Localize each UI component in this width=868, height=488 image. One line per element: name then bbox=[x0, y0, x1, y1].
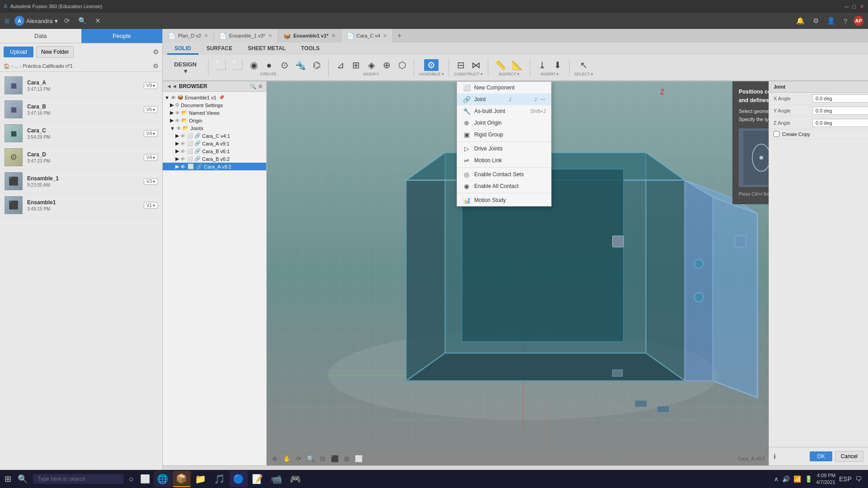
modify4-btn[interactable]: ⊕ bbox=[379, 59, 394, 71]
menu-item-joint[interactable]: 🔗 Joint J J ⋯ bbox=[457, 94, 551, 105]
collapse-browser-btn[interactable]: ◄◄ bbox=[166, 83, 177, 89]
version-badge[interactable]: V6▾ bbox=[144, 106, 158, 113]
menu-item-enable-all-contact[interactable]: ◉ Enable All Contact bbox=[457, 180, 551, 192]
language-indicator[interactable]: ESP bbox=[839, 475, 852, 483]
taskbar-app-folder[interactable]: 📁 bbox=[192, 471, 210, 487]
minimize-btn[interactable]: ─ bbox=[844, 3, 849, 10]
tab-data[interactable]: Data bbox=[0, 29, 81, 43]
cylinder-btn[interactable]: ◉ bbox=[246, 59, 261, 71]
taskbar-app-game[interactable]: 🎮 bbox=[287, 471, 305, 487]
torus-btn[interactable]: ⊙ bbox=[277, 59, 292, 71]
pan-btn[interactable]: ✋ bbox=[281, 454, 292, 463]
tab-people[interactable]: People bbox=[81, 29, 163, 43]
tree-item[interactable]: ▼ 👁 📂 Joints bbox=[163, 124, 266, 132]
view-cube-btn[interactable]: ⬜ bbox=[353, 454, 364, 463]
viewport[interactable]: Z ◄◄ BROWSER 🔍 ⚙ ▼ bbox=[163, 81, 868, 465]
tree-item[interactable]: ▼ 👁 📦 Ensamble1 v1 📌 bbox=[163, 94, 266, 101]
user-menu-button[interactable]: A Alexandra ▾ bbox=[14, 16, 58, 26]
maximize-btn[interactable]: □ bbox=[852, 3, 856, 10]
tree-item[interactable]: ▶ 👁 ⬜ 🔗 Cara_B v6:1 bbox=[163, 147, 266, 155]
modify1-btn[interactable]: ⊿ bbox=[333, 59, 348, 71]
menu-item-drive-joints[interactable]: ▷ Drive Joints bbox=[457, 143, 551, 155]
tree-item[interactable]: ▶ 👁 ⬜ 🔗 Cara_B v6:2 bbox=[163, 155, 266, 163]
tree-item[interactable]: ▶ ⚙ Document Settings bbox=[163, 101, 266, 109]
ok-button[interactable]: OK bbox=[810, 451, 832, 461]
ribbon-tab-tools[interactable]: TOOLS bbox=[294, 43, 327, 55]
modify2-btn[interactable]: ⊞ bbox=[349, 59, 363, 71]
tray-up-icon[interactable]: ∧ bbox=[774, 475, 778, 483]
list-item[interactable]: ⬛ Ensamble_1 9:23:05 AM V3▾ bbox=[0, 169, 162, 193]
search-button[interactable]: 🔍 bbox=[15, 472, 30, 486]
close-sidebar-btn[interactable]: ✕ bbox=[93, 16, 103, 26]
tree-item-selected[interactable]: ▶ 👁 ⬜ 🔗 Cara_A v9:2 bbox=[163, 163, 266, 170]
home-icon[interactable]: 🏠 bbox=[4, 63, 10, 69]
version-badge[interactable]: V4▾ bbox=[144, 154, 158, 161]
tray-network-icon[interactable]: 📶 bbox=[793, 475, 801, 483]
task-view-btn[interactable]: ⬜ bbox=[137, 472, 153, 486]
version-badge[interactable]: V1▾ bbox=[144, 202, 158, 209]
menu-item-joint-origin[interactable]: ⊕ Joint Origin bbox=[457, 117, 551, 129]
breadcrumb-settings[interactable]: ⚙ bbox=[153, 62, 159, 70]
construct2-btn[interactable]: ⋈ bbox=[469, 59, 483, 71]
zoom-btn[interactable]: 🔍 bbox=[305, 454, 316, 463]
tray-battery-icon[interactable]: 🔋 bbox=[805, 475, 812, 483]
ribbon-tab-sheet-metal[interactable]: SHEET METAL bbox=[241, 43, 293, 55]
settings-btn[interactable]: ⚙ bbox=[811, 16, 821, 26]
inspect1-btn[interactable]: 📏 bbox=[493, 59, 509, 71]
tree-item[interactable]: ▶ 👁 ⬜ 🔗 Cara_C v4:1 bbox=[163, 132, 266, 140]
notification-icon[interactable]: 🗨 bbox=[855, 475, 862, 483]
version-badge[interactable]: V3▾ bbox=[144, 178, 158, 185]
cancel-button[interactable]: Cancel bbox=[835, 451, 863, 462]
taskbar-app-fusion[interactable]: 📦 bbox=[173, 471, 191, 487]
coil-btn[interactable]: 🔩 bbox=[292, 59, 308, 71]
new-component-btn[interactable]: ⬜ bbox=[213, 59, 229, 71]
menu-item-rigid-group[interactable]: ▣ Rigid Group bbox=[457, 129, 551, 141]
tree-item[interactable]: ▶ 👁 📂 Named Views bbox=[163, 109, 266, 117]
browser-search-btn[interactable]: 🔍 bbox=[250, 84, 256, 89]
menu-item-new-component[interactable]: ⬜ New Component bbox=[457, 82, 551, 94]
browser-options-btn[interactable]: ⚙ bbox=[258, 84, 263, 89]
fit-btn[interactable]: ⊟ bbox=[318, 454, 327, 463]
refresh-btn[interactable]: ⟳ bbox=[62, 16, 72, 26]
sphere-btn[interactable]: ● bbox=[262, 59, 276, 71]
create-copy-checkbox[interactable] bbox=[774, 131, 779, 137]
taskbar-app-word[interactable]: 📝 bbox=[249, 471, 267, 487]
select1-btn[interactable]: ↖ bbox=[576, 59, 591, 71]
list-item[interactable]: ◼ Cara_A 3:47:13 PM V9▾ bbox=[0, 74, 162, 98]
close-btn[interactable]: ✕ bbox=[859, 3, 864, 10]
joint-options-btn[interactable]: ⋯ bbox=[540, 96, 546, 103]
modify5-btn[interactable]: ⬡ bbox=[395, 59, 409, 71]
doc-tab-ensamble1[interactable]: 📄 Ensamble_1 v3* ✕ bbox=[214, 29, 278, 42]
new-folder-button[interactable]: New Folder bbox=[36, 46, 74, 58]
tree-item[interactable]: ▶ 👁 ⬜ 🔗 Cara_A v9:1 bbox=[163, 140, 266, 147]
close-tab-btn[interactable]: ✕ bbox=[204, 33, 208, 39]
version-badge[interactable]: V4▾ bbox=[144, 130, 158, 137]
taskbar-app-chrome[interactable]: 🌐 bbox=[154, 471, 172, 487]
close-tab-btn[interactable]: ✕ bbox=[383, 33, 387, 39]
clock[interactable]: 4:09 PM 4/7/2021 bbox=[816, 472, 835, 486]
start-button[interactable]: ⊞ bbox=[2, 472, 14, 486]
account-btn[interactable]: 👤 bbox=[825, 16, 837, 26]
notifications-btn[interactable]: 🔔 bbox=[794, 16, 807, 26]
ribbon-tab-surface[interactable]: SURFACE bbox=[199, 43, 240, 55]
inspect2-btn[interactable]: 📐 bbox=[509, 59, 525, 71]
sidebar-settings-button[interactable]: ⚙ bbox=[153, 48, 159, 56]
doc-tab-ensamble1-active[interactable]: 📦 Ensamble1 v1* ✕ bbox=[278, 29, 341, 42]
menu-item-motion-study[interactable]: 📊 Motion Study bbox=[457, 194, 551, 206]
doc-tab-cara-c[interactable]: 📄 Cara_C v4 ✕ bbox=[341, 29, 393, 42]
taskbar-app-music[interactable]: 🎵 bbox=[211, 471, 229, 487]
taskbar-app-zoom[interactable]: 📹 bbox=[268, 471, 286, 487]
y-angle-input[interactable] bbox=[812, 107, 868, 115]
display-mode-btn[interactable]: ⬛ bbox=[329, 454, 340, 463]
list-item[interactable]: ⚙ Cara_D 3:47:23 PM V4▾ bbox=[0, 145, 162, 169]
tree-item[interactable]: ▶ 👁 📂 Origin bbox=[163, 117, 266, 124]
add-tab-button[interactable]: + bbox=[393, 30, 406, 42]
orbit-btn[interactable]: ⟳ bbox=[294, 454, 303, 463]
design-dropdown-btn[interactable]: DESIGN ▾ bbox=[167, 60, 203, 76]
insert1-btn[interactable]: ⤓ bbox=[535, 59, 549, 71]
doc-tab-plan[interactable]: 📄 Plan_D v2 ✕ bbox=[163, 29, 214, 42]
search-btn[interactable]: 🔍 bbox=[76, 16, 89, 26]
modify3-btn[interactable]: ◈ bbox=[364, 59, 378, 71]
construct1-btn[interactable]: ⊟ bbox=[453, 59, 468, 71]
select-mode-btn[interactable]: ⊕ bbox=[270, 454, 279, 463]
